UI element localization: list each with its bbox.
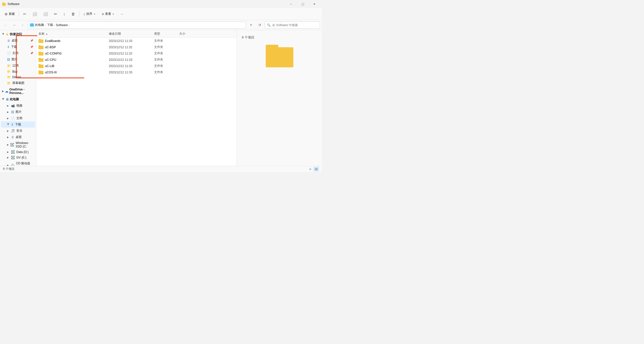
view-icon: ≡ — [102, 12, 104, 16]
paste-button[interactable]: ⬜ — [41, 10, 51, 18]
maximize-button[interactable]: ⬜ — [297, 0, 308, 8]
sidebar-item-cd-f[interactable]: ▶ 💿 CD 驱动器 (F:) — [1, 160, 35, 166]
detail-view-button[interactable]: ⊟ — [313, 167, 319, 171]
minimize-button[interactable]: ─ — [285, 0, 297, 8]
sidebar-item-data-d[interactable]: ▶ 💽 Data (D:) — [1, 149, 35, 155]
pc-documents-chevron-icon: ▶ — [7, 117, 10, 120]
refresh-button[interactable]: ↺ — [256, 22, 263, 29]
sidebar-item-pc-pictures[interactable]: ▶ 🖼 图片 — [1, 109, 35, 115]
column-header-name[interactable]: 名称 ▲ — [36, 31, 107, 36]
sort-button[interactable]: ↕ 排序 ▾ — [81, 10, 99, 18]
window-controls: ─ ⬜ ✕ — [285, 0, 320, 8]
breadcrumb-software[interactable]: Software — [56, 23, 68, 27]
new-label: 新建 — [9, 12, 15, 16]
star-icon: ★ — [6, 32, 9, 36]
thispc-chevron-icon: ▶ — [2, 98, 5, 101]
view-button[interactable]: ≡ 查看 ▾ — [99, 10, 117, 18]
sidebar-item-downloads[interactable]: ⬇ 下载 📌 — [1, 44, 35, 50]
sidebar-item-buy[interactable]: 📁 Buy — [1, 69, 35, 74]
table-row[interactable]: uC-CPU 2023/12/12 11:33 文件夹 — [36, 57, 237, 63]
rename-button[interactable]: ✏ — [52, 10, 60, 18]
data-d-label: Data (D:) — [16, 150, 29, 154]
toolbar: ⊕ 新建 ✂ ⬜ ⬜ ✏ ↕ 🗑 ↕ 排序 ▾ ≡ 查看 ▾ ··· — [0, 8, 322, 20]
view-label: 查看 — [105, 12, 111, 16]
sidebar-item-week12[interactable]: 📁 12周 — [1, 63, 35, 69]
thispc-icon: 🖥 — [6, 97, 9, 101]
more-button[interactable]: ··· — [118, 11, 126, 17]
breadcrumb-sep-2: › — [54, 24, 55, 27]
sidebar-item-gv-e[interactable]: ▶ 💽 GV (E:) — [1, 155, 35, 160]
search-box[interactable]: 🔍 — [265, 22, 320, 29]
breadcrumb-thispc[interactable]: 此电脑 — [35, 23, 44, 27]
folder-breadcrumb-icon — [30, 23, 34, 27]
pc-desktop-icon: 🖥 — [11, 135, 14, 139]
rename-icon: ✏ — [54, 12, 57, 16]
sidebar-header-thispc[interactable]: ▶ 🖥 此电脑 — [0, 96, 36, 103]
file-cell-size — [177, 40, 202, 41]
table-row[interactable]: uC-LIB 2023/12/12 11:33 文件夹 — [36, 63, 237, 69]
sidebar-item-screenshot[interactable]: 📁 屏幕截图 — [1, 80, 35, 86]
preview-count: 6 个项目 — [242, 35, 254, 40]
windows-ssd-label: Windows-SSD (C: — [16, 141, 33, 148]
cd-f-icon: 💿 — [11, 164, 15, 166]
sidebar-item-documents[interactable]: 📄 文档 📌 — [1, 50, 35, 56]
up-button[interactable]: ↑ — [19, 22, 26, 29]
pc-pictures-icon: 🖼 — [11, 110, 14, 114]
file-cell-size — [177, 59, 202, 60]
column-header-date[interactable]: 修改日期 — [107, 31, 152, 36]
table-row[interactable]: uC-BSP 2023/12/12 11:32 文件夹 — [36, 44, 237, 50]
breadcrumb-downloads[interactable]: 下载 — [47, 23, 53, 27]
table-row[interactable]: uC-CONFIG 2023/12/12 11:32 文件夹 — [36, 50, 237, 57]
view-chevron-icon: ▾ — [112, 13, 115, 15]
sidebar-item-pictures[interactable]: 🖼 图片 — [1, 56, 35, 63]
breadcrumb[interactable]: 此电脑 › 下载 › Software › — [28, 22, 246, 29]
sidebar-item-videos[interactable]: ▶ 📹 视频 — [1, 103, 35, 109]
table-row[interactable]: EvalBoards 2023/12/12 11:33 文件夹 — [36, 38, 237, 44]
delete-button[interactable]: 🗑 — [69, 10, 78, 18]
music-icon: 🎵 — [11, 129, 15, 133]
cut-button[interactable]: ✂ — [21, 10, 29, 18]
file-cell-type: 文件夹 — [152, 63, 177, 69]
new-button[interactable]: ⊕ 新建 — [2, 10, 17, 18]
column-header-size[interactable]: 大小 — [177, 31, 202, 36]
search-icon: 🔍 — [267, 23, 271, 27]
folder-icon — [38, 70, 43, 74]
copy-button[interactable]: ⬜ — [30, 10, 40, 18]
sidebar-header-quickaccess[interactable]: ▶ ★ 快速访问 — [0, 31, 36, 37]
desire-icon: 📁 — [7, 75, 11, 79]
preview-folder-icon — [266, 45, 293, 67]
close-button[interactable]: ✕ — [308, 0, 320, 8]
documents-label: 文档 — [12, 51, 18, 55]
back-button[interactable]: ← — [2, 22, 9, 29]
sidebar-item-pc-downloads[interactable]: ▶ ⬇ 下载 — [1, 121, 35, 128]
sidebar-item-pc-desktop[interactable]: ▶ 🖥 桌面 — [1, 134, 35, 140]
title-bar: Software ─ ⬜ ✕ — [0, 0, 322, 8]
sidebar-section-thispc: ▶ 🖥 此电脑 ▶ 📹 视频 ▶ 🖼 图片 ▶ 📄 文档 ▶ ⬇ — [0, 96, 36, 166]
sidebar-item-music[interactable]: ▶ 🎵 音乐 — [1, 128, 35, 134]
toolbar-separator-1 — [19, 11, 19, 17]
column-header-type[interactable]: 类型 — [152, 31, 177, 36]
sidebar-item-desire[interactable]: 📁 Desire — [1, 74, 35, 80]
sort-chevron-icon: ▾ — [93, 13, 96, 15]
move-button[interactable]: ↕ — [61, 10, 68, 18]
forward-button[interactable]: → — [11, 22, 18, 29]
file-cell-type: 文件夹 — [152, 70, 177, 75]
table-row[interactable]: uCOS-III 2023/12/12 11:33 文件夹 — [36, 69, 237, 75]
desire-label: Desire — [12, 75, 21, 79]
sidebar-item-pc-documents[interactable]: ▶ 📄 文档 — [1, 115, 35, 121]
downloads-label: 下载 — [11, 45, 17, 49]
quickaccess-label: 快速访问 — [10, 32, 22, 36]
file-cell-name: uC-CPU — [36, 57, 107, 62]
new-icon: ⊕ — [5, 12, 8, 16]
sidebar-header-onedrive[interactable]: ▶ ☁ OneDrive - Persona... — [0, 87, 36, 96]
file-cell-name: EvalBoards — [36, 38, 107, 43]
sidebar-item-desktop[interactable]: 🖥 桌面 📌 — [1, 37, 35, 44]
file-cell-type: 文件夹 — [152, 38, 177, 43]
expand-path-button[interactable]: ▾ — [248, 22, 255, 29]
sidebar-item-windows-ssd[interactable]: ▶ 💽 Windows-SSD (C: — [1, 140, 35, 149]
list-view-button[interactable]: ≡ — [307, 167, 313, 171]
windows-ssd-chevron-icon: ▶ — [7, 143, 9, 146]
file-cell-name: uC-CONFIG — [36, 51, 107, 56]
search-input[interactable] — [272, 23, 318, 27]
file-list-header: 名称 ▲ 修改日期 类型 大小 — [36, 30, 237, 38]
